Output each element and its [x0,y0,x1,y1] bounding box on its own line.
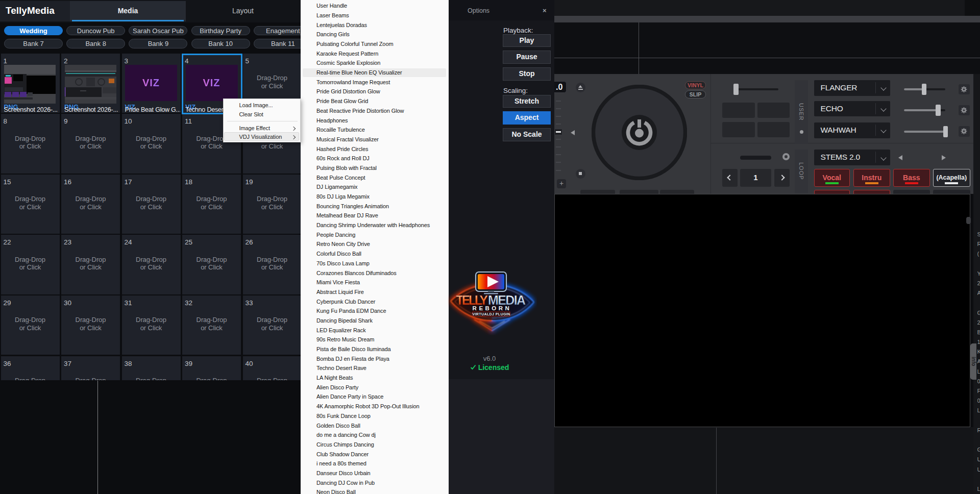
svg-text:REBORN: REBORN [473,305,512,311]
svg-text:VIRTUALDJ PLUGIN: VIRTUALDJ PLUGIN [472,312,510,316]
